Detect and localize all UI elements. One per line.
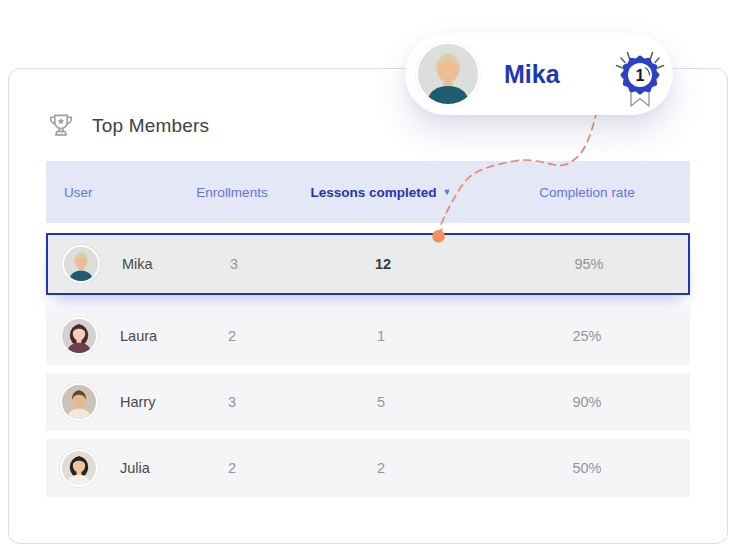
table-row-julia[interactable]: Julia2250% xyxy=(46,439,690,497)
winner-name: Mika xyxy=(504,60,560,89)
table-row-laura[interactable]: Laura2125% xyxy=(46,307,690,365)
user-avatar xyxy=(62,245,100,283)
user-avatar xyxy=(60,383,98,421)
user-cell: Harry xyxy=(46,383,186,421)
column-header-completion[interactable]: Completion rate xyxy=(484,185,690,200)
user-avatar xyxy=(60,449,98,487)
user-avatar xyxy=(60,317,98,355)
column-label: Lessons completed xyxy=(311,185,437,200)
user-cell: Laura xyxy=(46,317,186,355)
column-header-lessons[interactable]: Lessons completed▼ xyxy=(278,185,484,200)
user-name: Mika xyxy=(122,256,153,272)
lessons-completed-value: 12 xyxy=(280,256,486,272)
lessons-completed-value: 5 xyxy=(278,394,484,410)
enrollments-value: 2 xyxy=(186,328,278,344)
top-members-table: UserEnrollmentsLessons completed▼Complet… xyxy=(46,161,690,505)
completion-rate-value: 25% xyxy=(484,328,690,344)
enrollments-value: 3 xyxy=(186,394,278,410)
first-place-badge-icon: 1 xyxy=(612,45,668,111)
completion-rate-value: 95% xyxy=(486,256,692,272)
completion-rate-value: 90% xyxy=(484,394,690,410)
user-cell: Mika xyxy=(48,245,188,283)
completion-rate-value: 50% xyxy=(484,460,690,476)
user-name: Julia xyxy=(120,460,150,476)
column-label: Completion rate xyxy=(539,185,634,200)
panel-header: Top Members xyxy=(46,111,209,141)
table-row-harry[interactable]: Harry3590% xyxy=(46,373,690,431)
column-label: Enrollments xyxy=(196,185,267,200)
column-header-user[interactable]: User xyxy=(46,185,186,200)
table-header: UserEnrollmentsLessons completed▼Complet… xyxy=(46,161,690,223)
lessons-completed-value: 2 xyxy=(278,460,484,476)
enrollments-value: 2 xyxy=(186,460,278,476)
column-header-enrollments[interactable]: Enrollments xyxy=(186,185,278,200)
user-cell: Julia xyxy=(46,449,186,487)
enrollments-value: 3 xyxy=(188,256,280,272)
column-label: User xyxy=(64,185,93,200)
page-title: Top Members xyxy=(92,115,209,137)
user-name: Harry xyxy=(120,394,155,410)
user-name: Laura xyxy=(120,328,157,344)
table-body: Mika31295% Laura2125% Harry3590% Julia22… xyxy=(46,233,690,497)
lessons-completed-value: 1 xyxy=(278,328,484,344)
winner-card: Mika 1 xyxy=(405,33,673,115)
winner-avatar xyxy=(416,42,480,106)
table-row-mika[interactable]: Mika31295% xyxy=(46,233,690,295)
top-members-panel: Top Members UserEnrollmentsLessons compl… xyxy=(8,68,728,544)
sort-descending-icon: ▼ xyxy=(443,187,452,197)
badge-rank-number: 1 xyxy=(636,67,645,84)
trophy-icon xyxy=(46,111,76,141)
